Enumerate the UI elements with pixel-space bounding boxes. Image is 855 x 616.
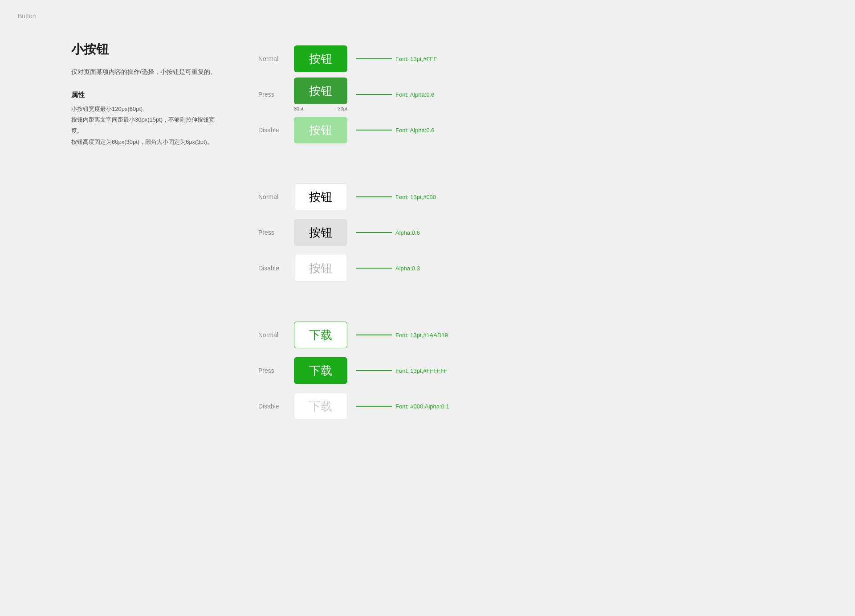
annotation-text: Font: Alpha:0.6 [395,127,434,134]
size-labels-0-1: 30pt30pt [294,106,347,111]
btn-2-0[interactable]: 下载 [294,322,347,348]
btn-0-0[interactable]: 按钮 [294,45,347,72]
button-row-0-1: Press按钮30pt30ptFont: Alpha:0.6 [258,77,784,112]
btn-wrapper-0-2: 按钮 [294,117,347,143]
btn-0-2[interactable]: 按钮 [294,117,347,143]
state-label-1-0: Normal [258,193,294,200]
state-label-0-0: Normal [258,55,294,62]
annotation-2-2: Font: #000,Alpha:0.1 [356,403,449,410]
description: 仅对页面某项内容的操作/选择，小按钮是可重复的。 [71,67,223,78]
button-group-1: Normal按钮Font: 13pt,#000Press按钮Alpha:0.6D… [258,179,784,286]
btn-wrapper-2-1: 下载 [294,357,347,384]
annotation-text: Font: 13pt,#FFFFFF [395,367,448,374]
btn-wrapper-1-1: 按钮 [294,219,347,246]
button-group-0: Normal按钮Font: 13pt,#FFFPress按钮30pt30ptFo… [258,41,784,148]
annotation-text: Font: 13pt,#FFF [395,56,437,62]
annotation-line-graphic [356,268,392,269]
annotation-2-1: Font: 13pt,#FFFFFF [356,367,448,374]
button-row-2-2: Disable下载Font: #000,Alpha:0.1 [258,388,784,424]
annotation-text: Alpha:0.3 [395,265,420,272]
annotation-line-graphic [356,370,392,371]
button-row-2-0: Normal下载Font: 13pt,#1AAD19 [258,317,784,353]
btn-1-1[interactable]: 按钮 [294,219,347,246]
annotation-line-graphic [356,196,392,197]
annotation-1-1: Alpha:0.6 [356,229,420,236]
right-panel: Normal按钮Font: 13pt,#FFFPress按钮30pt30ptFo… [258,41,784,437]
annotation-text: Font: 13pt,#1AAD19 [395,332,448,339]
button-group-2: Normal下载Font: 13pt,#1AAD19Press下载Font: 1… [258,317,784,424]
button-row-0-2: Disable按钮Font: Alpha:0.6 [258,112,784,148]
btn-wrapper-1-0: 按钮 [294,184,347,210]
annotation-line-graphic [356,335,392,335]
btn-2-2[interactable]: 下载 [294,393,347,420]
annotation-text: Font: #000,Alpha:0.1 [395,403,449,410]
annotation-line-graphic [356,406,392,407]
annotation-line-graphic [356,58,392,59]
annotation-1-2: Alpha:0.3 [356,265,420,272]
state-label-2-1: Press [258,367,294,374]
props-text: 小按钮宽度最小120px(60pt)。按钮内距离文字间距最小30px(15pt)… [71,104,223,148]
page-title: Button [0,0,855,32]
btn-1-0[interactable]: 按钮 [294,184,347,210]
button-row-1-1: Press按钮Alpha:0.6 [258,215,784,250]
annotation-text: Alpha:0.6 [395,229,420,236]
state-label-1-1: Press [258,229,294,236]
btn-wrapper-0-1: 按钮30pt30pt [294,78,347,111]
btn-2-1[interactable]: 下载 [294,357,347,384]
annotation-line-graphic [356,232,392,233]
btn-wrapper-2-2: 下载 [294,393,347,420]
button-row-1-0: Normal按钮Font: 13pt,#000 [258,179,784,215]
state-label-2-2: Disable [258,403,294,410]
annotation-0-1: Font: Alpha:0.6 [356,91,434,98]
annotation-line-graphic [356,130,392,131]
btn-1-2[interactable]: 按钮 [294,255,347,281]
state-label-0-2: Disable [258,126,294,134]
btn-wrapper-1-2: 按钮 [294,255,347,281]
annotation-text: Font: 13pt,#000 [395,194,436,200]
annotation-text: Font: Alpha:0.6 [395,91,434,98]
group-spacer-0 [258,161,784,179]
btn-0-1[interactable]: 按钮 [294,78,347,104]
props-title: 属性 [71,91,223,99]
annotation-1-0: Font: 13pt,#000 [356,194,436,200]
state-label-0-1: Press [258,91,294,98]
section-title: 小按钮 [71,41,223,58]
annotation-0-0: Font: 13pt,#FFF [356,56,437,62]
annotation-2-0: Font: 13pt,#1AAD19 [356,332,448,339]
state-label-2-0: Normal [258,331,294,339]
button-row-0-0: Normal按钮Font: 13pt,#FFF [258,41,784,77]
button-row-1-2: Disable按钮Alpha:0.3 [258,250,784,286]
annotation-0-2: Font: Alpha:0.6 [356,127,434,134]
state-label-1-2: Disable [258,265,294,272]
button-row-2-1: Press下载Font: 13pt,#FFFFFF [258,353,784,388]
btn-wrapper-2-0: 下载 [294,322,347,348]
group-spacer-1 [258,299,784,317]
left-panel: 小按钮 仅对页面某项内容的操作/选择，小按钮是可重复的。 属性 小按钮宽度最小1… [71,41,223,437]
btn-wrapper-0-0: 按钮 [294,45,347,72]
annotation-line-graphic [356,94,392,95]
